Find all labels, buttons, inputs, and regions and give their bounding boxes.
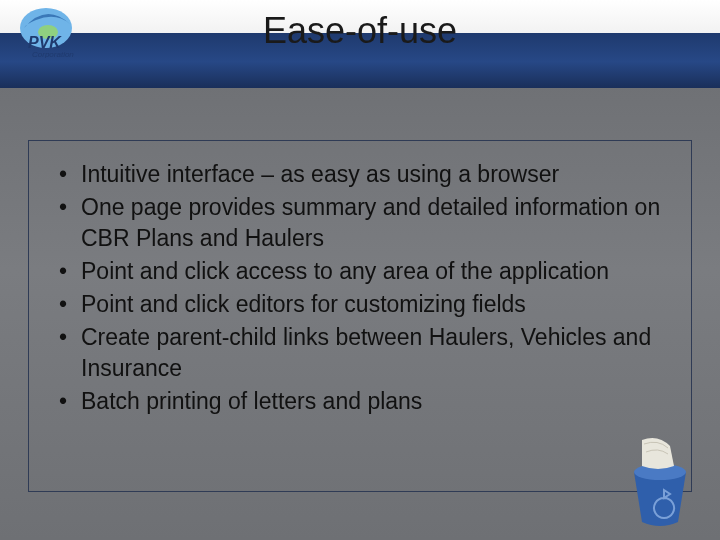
content-panel: Intuitive interface – as easy as using a… xyxy=(28,140,692,492)
recycle-bin-icon xyxy=(612,432,708,528)
bullet-item: One page provides summary and detailed i… xyxy=(59,192,669,254)
bullet-item: Point and click access to any area of th… xyxy=(59,256,669,287)
slide-header: PVK Corporation Ease-of-use xyxy=(0,0,720,88)
bullet-item: Intuitive interface – as easy as using a… xyxy=(59,159,669,190)
bullet-item: Create parent-child links between Hauler… xyxy=(59,322,669,384)
slide-title: Ease-of-use xyxy=(0,10,720,52)
bullet-list: Intuitive interface – as easy as using a… xyxy=(59,159,669,417)
bullet-item: Batch printing of letters and plans xyxy=(59,386,669,417)
bullet-item: Point and click editors for customizing … xyxy=(59,289,669,320)
